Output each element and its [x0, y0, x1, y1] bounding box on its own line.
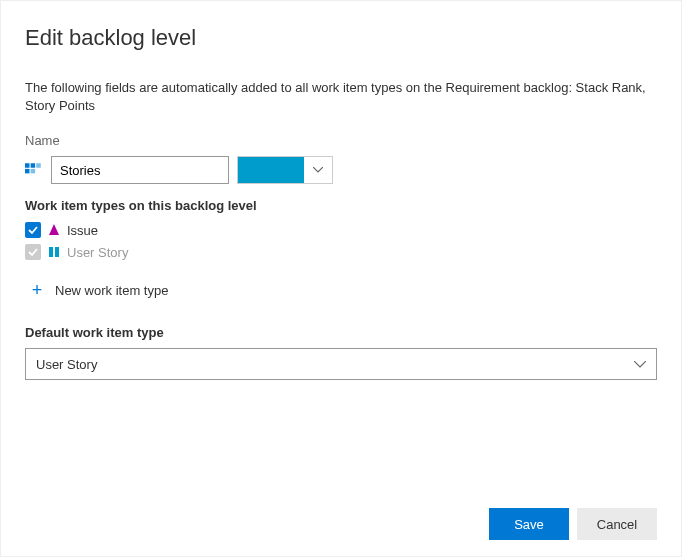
work-item-type-row: Issue	[25, 219, 657, 241]
color-swatch	[238, 157, 304, 183]
default-type-value: User Story	[36, 357, 97, 372]
color-dropdown-toggle[interactable]	[304, 157, 332, 183]
work-item-type-label: Issue	[67, 223, 98, 238]
checkbox-issue[interactable]	[25, 222, 41, 238]
default-type-label: Default work item type	[25, 325, 657, 340]
svg-rect-2	[36, 164, 41, 169]
svg-rect-6	[55, 247, 59, 257]
svg-rect-0	[25, 164, 30, 169]
dialog-description: The following fields are automatically a…	[25, 79, 657, 115]
issue-icon	[47, 223, 61, 237]
add-work-item-type-label: New work item type	[55, 283, 168, 298]
svg-rect-1	[31, 164, 36, 169]
svg-rect-3	[25, 169, 30, 174]
name-input[interactable]	[51, 156, 229, 184]
chevron-down-icon	[313, 167, 323, 173]
dialog-footer: Save Cancel	[489, 508, 657, 540]
name-label: Name	[25, 133, 657, 148]
user-story-icon	[47, 245, 61, 259]
backlog-level-icon	[25, 161, 43, 179]
default-type-select[interactable]: User Story	[25, 348, 657, 380]
checkbox-user-story	[25, 244, 41, 260]
save-button[interactable]: Save	[489, 508, 569, 540]
work-item-types-label: Work item types on this backlog level	[25, 198, 657, 213]
work-item-type-label: User Story	[67, 245, 128, 260]
svg-rect-5	[49, 247, 53, 257]
svg-rect-4	[31, 169, 36, 174]
check-icon	[28, 247, 38, 257]
default-type-section: Default work item type User Story	[25, 325, 657, 380]
check-icon	[28, 225, 38, 235]
work-item-types-list: Issue User Story	[25, 219, 657, 263]
plus-icon: +	[29, 281, 45, 299]
dialog-title: Edit backlog level	[25, 25, 657, 51]
add-work-item-type-button[interactable]: + New work item type	[25, 273, 657, 307]
name-row	[25, 156, 657, 184]
cancel-button[interactable]: Cancel	[577, 508, 657, 540]
color-picker[interactable]	[237, 156, 333, 184]
edit-backlog-dialog: Edit backlog level The following fields …	[1, 1, 681, 380]
chevron-down-icon	[634, 361, 646, 368]
work-item-type-row: User Story	[25, 241, 657, 263]
